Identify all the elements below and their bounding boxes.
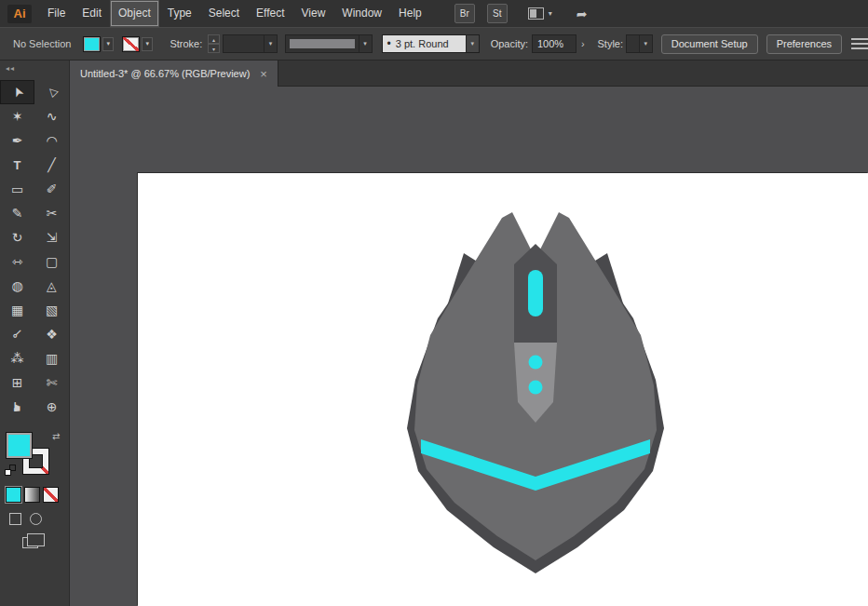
app-logo[interactable]: Ai [7, 5, 32, 23]
share-icon[interactable]: ➦ [576, 7, 588, 21]
stepper-up-icon[interactable]: ▴ [208, 34, 219, 44]
menu-item-help[interactable]: Help [390, 0, 430, 27]
screen-mode-button[interactable] [22, 537, 38, 548]
brushes-panel-button[interactable]: Br [454, 4, 475, 23]
drawing-modes-row [9, 513, 50, 525]
lasso-tool-icon: ∿ [47, 110, 58, 123]
brush-definition-value: 3 pt. Round [396, 38, 449, 49]
draw-behind-button[interactable] [30, 513, 42, 525]
menu-item-window[interactable]: Window [333, 0, 390, 27]
type-tool[interactable]: T [0, 153, 34, 177]
fill-caret-icon[interactable]: ▾ [102, 37, 114, 51]
perspective-grid-tool[interactable]: ◬ [34, 274, 69, 298]
direct-selection-tool-icon: ▷ [45, 85, 59, 99]
line-segment-tool[interactable]: ╱ [34, 153, 69, 177]
eyedropper-tool[interactable]: ⊸ [0, 322, 34, 346]
zoom-tool-icon: ⊕ [47, 400, 58, 413]
apply-color-row [7, 488, 62, 502]
menu-item-type[interactable]: Type [159, 0, 200, 27]
stroke-color-swatch[interactable] [123, 37, 139, 51]
canvas-area[interactable] [70, 87, 868, 606]
paintbrush-tool[interactable]: ✐ [34, 177, 69, 201]
menu-item-object[interactable]: Object [110, 0, 159, 27]
width-tool-icon: ⇿ [12, 255, 23, 268]
artboard-tool[interactable]: ⊞ [0, 370, 34, 395]
workspace-switcher-icon[interactable] [528, 7, 544, 20]
fill-indicator[interactable] [7, 433, 32, 458]
apply-color-button[interactable] [7, 488, 20, 502]
scissors-tool-icon: ✂ [47, 207, 58, 220]
pen-tool[interactable]: ✒ [0, 128, 34, 153]
stroke-weight-combo[interactable]: ▾ [223, 34, 278, 53]
slice-tool[interactable]: ✄ [34, 370, 69, 395]
direct-selection-tool[interactable]: ▷ [34, 80, 69, 104]
width-profile-preview [290, 39, 355, 48]
workspace-caret-icon[interactable]: ▾ [549, 9, 552, 18]
mesh-tool-icon: ▦ [11, 303, 23, 316]
brush-dot-icon: • [387, 37, 391, 50]
selection-tool[interactable]: ➤ [0, 80, 34, 104]
column-graph-tool-icon: ▥ [46, 352, 58, 365]
lasso-tool[interactable]: ∿ [34, 104, 69, 128]
menu-item-edit[interactable]: Edit [74, 0, 110, 27]
stroke-weight-caret-icon[interactable]: ▾ [264, 35, 277, 52]
menubar: Ai FileEditObjectTypeSelectEffectViewWin… [0, 0, 868, 27]
opacity-combo[interactable]: 100% [532, 34, 576, 53]
mouse-dpi-dot-top[interactable] [529, 356, 543, 370]
menu-item-file[interactable]: File [39, 0, 74, 27]
blend-tool[interactable]: ❖ [34, 322, 69, 346]
symbol-sprayer-tool[interactable]: ⁂ [0, 346, 34, 370]
width-profile-caret-icon[interactable]: ▾ [359, 35, 372, 52]
stroke-weight-stepper[interactable]: ▴ ▾ [208, 34, 219, 53]
illustrator-window: { "app": { "logo_text": "Ai" }, "icons":… [0, 0, 868, 606]
gradient-tool[interactable]: ▧ [34, 298, 69, 322]
column-graph-tool[interactable]: ▥ [34, 346, 69, 370]
mesh-tool[interactable]: ▦ [0, 298, 34, 322]
stepper-down-icon[interactable]: ▾ [208, 44, 219, 53]
opacity-chevron-icon[interactable]: › [577, 34, 588, 53]
scale-tool[interactable]: ⇲ [34, 225, 69, 249]
stroke-caret-icon[interactable]: ▾ [142, 37, 153, 51]
brush-definition-combo[interactable]: • 3 pt. Round ▾ [382, 34, 480, 53]
gaming-mouse-artwork[interactable] [138, 173, 868, 606]
document-setup-button[interactable]: Document Setup [661, 34, 758, 54]
width-profile-combo[interactable]: ▾ [285, 34, 373, 53]
styles-panel-button[interactable]: St [487, 4, 508, 23]
swap-fill-stroke-icon[interactable]: ⇄ [52, 431, 60, 441]
draw-normal-button[interactable] [9, 513, 21, 525]
rotate-tool[interactable]: ↻ [0, 225, 34, 249]
magic-wand-tool[interactable]: ✶ [0, 104, 34, 128]
preferences-button[interactable]: Preferences [766, 34, 842, 54]
panel-collapse-icon[interactable]: ◂◂ [6, 64, 15, 73]
mouse-dpi-dot-bottom[interactable] [529, 381, 543, 395]
zoom-tool[interactable]: ⊕ [34, 395, 69, 419]
width-tool[interactable]: ⇿ [0, 249, 34, 274]
scissors-tool[interactable]: ✂ [34, 201, 69, 225]
apply-none-button[interactable] [44, 488, 58, 502]
menu-item-select[interactable]: Select [200, 0, 248, 27]
apply-gradient-button[interactable] [25, 488, 39, 502]
style-caret-icon[interactable]: ▾ [639, 35, 652, 52]
menu-items: FileEditObjectTypeSelectEffectViewWindow… [39, 0, 430, 27]
fill-color-swatch[interactable] [84, 37, 100, 51]
menu-item-effect[interactable]: Effect [248, 0, 292, 27]
line-segment-tool-icon: ╱ [47, 158, 55, 171]
mouse-scroll-wheel[interactable] [528, 270, 543, 316]
control-overflow-icon[interactable] [851, 38, 868, 49]
style-combo[interactable]: ▾ [626, 34, 653, 53]
stroke-label[interactable]: Stroke: [170, 38, 202, 49]
rectangle-tool[interactable]: ▭ [0, 177, 34, 201]
curvature-tool[interactable]: ◠ [34, 128, 69, 153]
brush-caret-icon[interactable]: ▾ [466, 35, 479, 52]
document-tab[interactable]: Untitled-3* @ 66.67% (RGB/Preview) × [70, 61, 278, 87]
artboard[interactable] [138, 173, 868, 606]
gradient-tool-icon: ▧ [46, 303, 58, 316]
default-fill-stroke-icon[interactable] [5, 465, 18, 478]
shape-builder-tool[interactable]: ◍ [0, 274, 34, 298]
free-transform-tool[interactable]: ▢ [34, 249, 69, 274]
menu-item-view[interactable]: View [293, 0, 334, 27]
tab-close-icon[interactable]: × [260, 68, 267, 80]
opacity-label[interactable]: Opacity: [491, 38, 528, 49]
pencil-tool[interactable]: ✎ [0, 201, 34, 225]
hand-tool[interactable]: ☛ [0, 395, 34, 419]
